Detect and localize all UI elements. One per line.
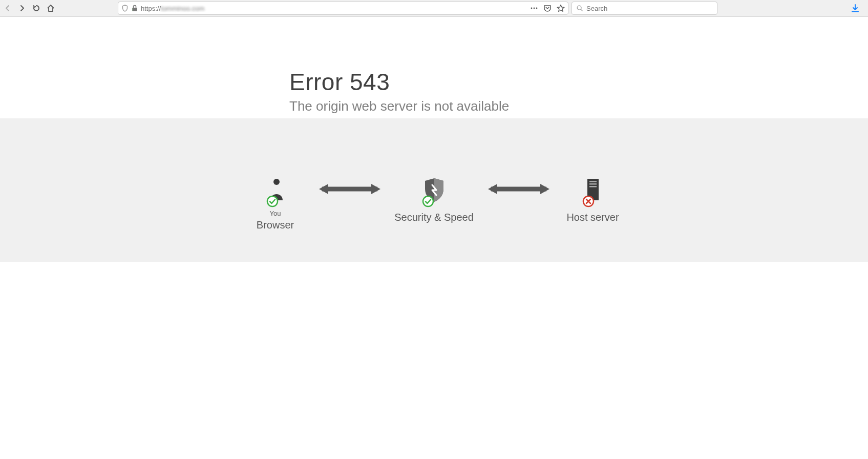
error-title: Error 543 bbox=[289, 68, 853, 96]
url-bar[interactable]: https://tomminoo.com bbox=[118, 2, 568, 15]
svg-rect-13 bbox=[589, 183, 597, 185]
reload-button[interactable] bbox=[32, 4, 41, 13]
bookmark-star-icon[interactable] bbox=[557, 4, 565, 12]
search-bar[interactable] bbox=[571, 2, 717, 15]
node-security-bottom-label: Security & Speed bbox=[394, 212, 474, 223]
node-browser-top-label: You bbox=[270, 210, 281, 217]
svg-point-3 bbox=[534, 8, 535, 9]
browser-toolbar: https://tomminoo.com bbox=[0, 0, 868, 17]
fail-badge-icon bbox=[582, 195, 595, 207]
ellipsis-icon[interactable] bbox=[530, 4, 538, 12]
downloads-icon[interactable] bbox=[851, 4, 860, 13]
svg-point-4 bbox=[536, 8, 538, 9]
forward-button[interactable] bbox=[17, 4, 27, 13]
svg-rect-1 bbox=[133, 8, 137, 11]
error-subtitle: The origin web server is not available bbox=[289, 98, 853, 114]
toolbar-right bbox=[851, 4, 865, 13]
pocket-icon[interactable] bbox=[543, 4, 552, 12]
svg-point-2 bbox=[531, 8, 533, 9]
node-host-bottom-label: Host server bbox=[566, 212, 619, 223]
svg-point-10 bbox=[423, 196, 433, 206]
home-button[interactable] bbox=[46, 4, 55, 13]
search-input[interactable] bbox=[586, 5, 713, 12]
check-badge-icon bbox=[266, 195, 279, 207]
search-icon bbox=[576, 5, 583, 12]
arrow-left bbox=[316, 175, 383, 195]
svg-rect-14 bbox=[589, 186, 597, 187]
nav-buttons-group bbox=[3, 4, 58, 13]
back-button[interactable] bbox=[3, 4, 12, 13]
arrow-right bbox=[485, 175, 552, 195]
check-badge-icon bbox=[422, 195, 434, 207]
svg-point-8 bbox=[273, 179, 280, 185]
node-security: Security & Speed bbox=[383, 175, 485, 223]
node-browser-bottom-label: Browser bbox=[257, 219, 294, 231]
svg-rect-12 bbox=[589, 181, 597, 182]
node-browser: You Browser bbox=[235, 175, 316, 231]
lock-icon[interactable] bbox=[132, 5, 138, 12]
svg-point-9 bbox=[267, 196, 278, 206]
connection-diagram: You Browser bbox=[235, 149, 634, 231]
node-host: Host server bbox=[552, 175, 634, 223]
url-text: https://tomminoo.com bbox=[141, 5, 527, 12]
svg-line-6 bbox=[581, 9, 582, 11]
page-content: Error 543 The origin web server is not a… bbox=[0, 17, 868, 262]
tracking-shield-icon[interactable] bbox=[121, 5, 129, 12]
